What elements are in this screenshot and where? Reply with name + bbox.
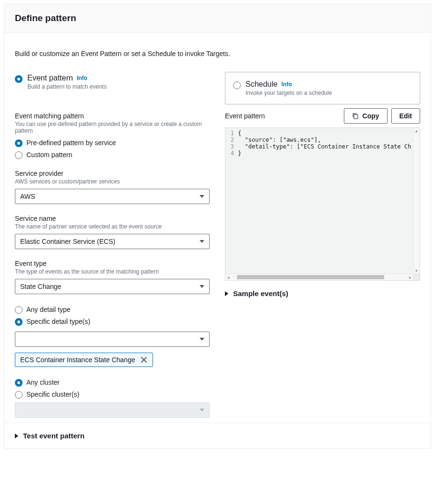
radio-custom-label: Custom pattern — [26, 151, 72, 159]
test-event-pattern-toggle[interactable]: Test event pattern — [15, 432, 420, 440]
service-name-hint: The name of partner service selected as … — [15, 223, 212, 230]
radio-specific-cluster-label: Specific cluster(s) — [26, 390, 79, 398]
option-event-pattern-title: Event pattern — [27, 74, 73, 82]
radio-any-detail-dot[interactable] — [15, 306, 23, 314]
detail-type-tag-label: ECS Container Instance State Change — [20, 356, 135, 364]
radio-custom-pattern[interactable]: Custom pattern — [15, 150, 212, 159]
scroll-up-icon[interactable]: ▴ — [413, 128, 420, 134]
service-provider-value: AWS — [20, 193, 35, 200]
service-provider-hint: AWS services or custom/partner services — [15, 178, 212, 185]
radio-specific-cluster-dot[interactable] — [15, 391, 23, 399]
svg-rect-0 — [353, 115, 357, 119]
code-content[interactable]: { "source": ["aws.ecs"], "detail-type": … — [236, 128, 420, 280]
caret-down-icon — [200, 338, 204, 341]
panel-header: Define pattern — [4, 4, 431, 33]
radio-schedule[interactable] — [233, 81, 241, 89]
option-schedule-desc: Invoke your targets on a schedule — [246, 90, 332, 96]
triangle-right-icon — [225, 291, 228, 296]
test-event-pattern-label: Test event pattern — [23, 432, 84, 440]
service-name-select[interactable]: Elastic Container Service (ECS) — [15, 234, 210, 249]
right-column: Schedule Info Invoke your targets on a s… — [225, 72, 420, 298]
triangle-right-icon — [15, 434, 18, 438]
radio-any-detail-label: Any detail type — [26, 306, 71, 313]
option-event-pattern[interactable]: Event pattern Info Build a pattern to ma… — [15, 72, 212, 92]
intro-text: Build or customize an Event Pattern or s… — [15, 50, 420, 57]
radio-specific-detail-label: Specific detail type(s) — [26, 318, 90, 325]
radio-specific-detail[interactable]: Specific detail type(s) — [15, 317, 212, 326]
detail-type-select[interactable] — [15, 332, 210, 347]
radio-custom-dot[interactable] — [15, 151, 23, 159]
event-type-select[interactable]: State Change — [15, 279, 210, 294]
edit-button[interactable]: Edit — [391, 108, 420, 124]
radio-any-cluster-dot[interactable] — [15, 379, 23, 387]
radio-predefined-pattern[interactable]: Pre-defined pattern by service — [15, 138, 212, 147]
service-provider-select[interactable]: AWS — [15, 189, 210, 204]
copy-button[interactable]: Copy — [344, 108, 388, 124]
radio-event-pattern[interactable] — [15, 75, 23, 83]
scrollbar-vertical[interactable]: ▴ ▾ — [413, 128, 420, 274]
service-name-value: Elastic Container Service (ECS) — [20, 238, 115, 245]
code-gutter: 1 2 3 4 — [225, 128, 236, 280]
edit-button-label: Edit — [400, 112, 412, 120]
radio-specific-cluster[interactable]: Specific cluster(s) — [15, 389, 212, 399]
caret-down-icon — [200, 240, 204, 243]
event-type-hint: The type of events as the source of the … — [15, 268, 212, 275]
event-matching-title: Event matching pattern — [15, 112, 212, 120]
caret-down-icon — [200, 195, 204, 198]
event-type-value: State Change — [20, 283, 61, 290]
radio-specific-detail-dot[interactable] — [15, 318, 23, 326]
panel-body: Build or customize an Event Pattern or s… — [4, 33, 431, 423]
option-schedule-title: Schedule — [246, 80, 278, 89]
radio-any-cluster-label: Any cluster — [26, 378, 59, 386]
scroll-left-icon[interactable]: ◂ — [225, 274, 231, 280]
copy-icon — [352, 113, 359, 119]
panel-title: Define pattern — [15, 13, 420, 23]
left-column: Event pattern Info Build a pattern to ma… — [15, 72, 212, 418]
scroll-thumb[interactable] — [237, 275, 384, 279]
event-pattern-title: Event pattern — [225, 112, 265, 120]
remove-tag-button[interactable] — [140, 356, 148, 364]
close-icon — [141, 356, 147, 363]
radio-predefined-dot[interactable] — [15, 139, 23, 147]
caret-down-icon — [200, 285, 204, 288]
info-link-schedule[interactable]: Info — [282, 81, 292, 88]
sample-events-label: Sample event(s) — [233, 289, 288, 298]
option-schedule[interactable]: Schedule Info Invoke your targets on a s… — [225, 72, 420, 104]
service-name-title: Service name — [15, 215, 212, 222]
option-event-pattern-desc: Build a pattern to match events — [27, 83, 106, 90]
radio-any-cluster[interactable]: Any cluster — [15, 378, 212, 387]
scroll-right-icon[interactable]: ▸ — [407, 274, 413, 280]
service-provider-title: Service provider — [15, 170, 212, 177]
sample-events-toggle[interactable]: Sample event(s) — [225, 289, 420, 298]
event-type-title: Event type — [15, 260, 212, 267]
detail-type-tag: ECS Container Instance State Change — [15, 353, 153, 367]
caret-down-icon — [200, 409, 204, 412]
scroll-down-icon[interactable]: ▾ — [413, 268, 420, 274]
cluster-select — [15, 402, 210, 418]
scrollbar-horizontal[interactable]: ◂ ▸ — [225, 274, 413, 280]
radio-predefined-label: Pre-defined pattern by service — [26, 139, 116, 147]
event-matching-hint: You can use pre-defined pattern provided… — [15, 121, 212, 134]
copy-button-label: Copy — [363, 112, 379, 120]
info-link-event-pattern[interactable]: Info — [77, 75, 87, 81]
define-pattern-panel: Define pattern Build or customize an Eve… — [4, 4, 431, 449]
radio-any-detail[interactable]: Any detail type — [15, 305, 212, 314]
panel-footer: Test event pattern — [4, 423, 431, 448]
scroll-corner — [413, 274, 420, 280]
event-pattern-code[interactable]: 1 2 3 4 { "source": ["aws.ecs"], "detail… — [225, 127, 420, 281]
